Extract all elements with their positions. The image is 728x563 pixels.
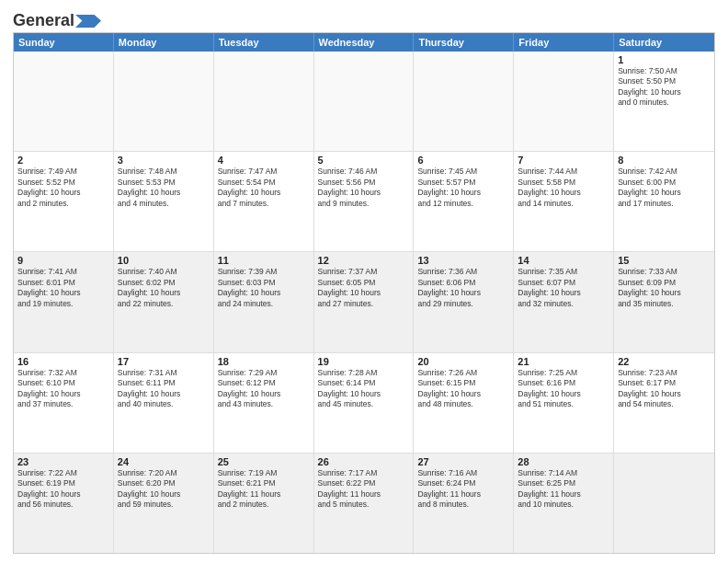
cell-info: Sunrise: 7:14 AM Sunset: 6:25 PM Dayligh… xyxy=(518,468,609,511)
logo-icon xyxy=(75,15,101,28)
cell-info: Sunrise: 7:28 AM Sunset: 6:14 PM Dayligh… xyxy=(318,368,410,410)
calendar-row-4: 23Sunrise: 7:22 AM Sunset: 6:19 PM Dayli… xyxy=(14,453,714,553)
cal-cell-r1-c5: 7Sunrise: 7:44 AM Sunset: 5:58 PM Daylig… xyxy=(514,152,614,251)
header-day-friday: Friday xyxy=(514,33,614,52)
cal-cell-r0-c1 xyxy=(114,52,214,151)
day-number: 16 xyxy=(17,356,109,367)
cal-cell-r4-c2: 25Sunrise: 7:19 AM Sunset: 6:21 PM Dayli… xyxy=(214,454,314,553)
cal-cell-r4-c5: 28Sunrise: 7:14 AM Sunset: 6:25 PM Dayli… xyxy=(514,454,614,553)
cal-cell-r0-c4 xyxy=(414,52,514,151)
header-day-saturday: Saturday xyxy=(614,33,714,52)
cal-cell-r2-c1: 10Sunrise: 7:40 AM Sunset: 6:02 PM Dayli… xyxy=(114,252,214,351)
page: General SundayMondayTuesdayWednesdayThur… xyxy=(0,0,728,563)
cal-cell-r0-c2 xyxy=(214,52,314,151)
cal-cell-r0-c3 xyxy=(314,52,415,151)
day-number: 14 xyxy=(518,255,609,266)
cell-info: Sunrise: 7:44 AM Sunset: 5:58 PM Dayligh… xyxy=(518,167,609,209)
cell-info: Sunrise: 7:45 AM Sunset: 5:57 PM Dayligh… xyxy=(417,167,509,209)
calendar-row-3: 16Sunrise: 7:32 AM Sunset: 6:10 PM Dayli… xyxy=(14,352,714,453)
cell-info: Sunrise: 7:16 AM Sunset: 6:24 PM Dayligh… xyxy=(417,468,509,511)
cell-info: Sunrise: 7:20 AM Sunset: 6:20 PM Dayligh… xyxy=(118,468,210,511)
cell-info: Sunrise: 7:49 AM Sunset: 5:52 PM Dayligh… xyxy=(17,167,109,209)
day-number: 9 xyxy=(17,255,109,266)
day-number: 27 xyxy=(417,456,509,467)
cell-info: Sunrise: 7:31 AM Sunset: 6:11 PM Dayligh… xyxy=(118,368,210,410)
cell-info: Sunrise: 7:17 AM Sunset: 6:22 PM Dayligh… xyxy=(318,468,410,511)
header-day-monday: Monday xyxy=(114,33,214,52)
day-number: 12 xyxy=(318,255,410,266)
cell-info: Sunrise: 7:41 AM Sunset: 6:01 PM Dayligh… xyxy=(17,267,109,309)
cal-cell-r0-c6: 1Sunrise: 7:50 AM Sunset: 5:50 PM Daylig… xyxy=(614,52,714,151)
cell-info: Sunrise: 7:50 AM Sunset: 5:50 PM Dayligh… xyxy=(618,66,711,109)
cell-info: Sunrise: 7:33 AM Sunset: 6:09 PM Dayligh… xyxy=(618,267,711,309)
calendar-header: SundayMondayTuesdayWednesdayThursdayFrid… xyxy=(14,33,714,52)
day-number: 20 xyxy=(417,356,509,367)
day-number: 25 xyxy=(218,456,310,467)
cal-cell-r2-c3: 12Sunrise: 7:37 AM Sunset: 6:05 PM Dayli… xyxy=(314,252,415,351)
header: General xyxy=(13,11,715,27)
header-day-sunday: Sunday xyxy=(14,33,114,52)
day-number: 18 xyxy=(218,356,310,367)
cal-cell-r3-c2: 18Sunrise: 7:29 AM Sunset: 6:12 PM Dayli… xyxy=(214,353,314,453)
cal-cell-r3-c3: 19Sunrise: 7:28 AM Sunset: 6:14 PM Dayli… xyxy=(314,353,415,453)
cell-info: Sunrise: 7:42 AM Sunset: 6:00 PM Dayligh… xyxy=(618,167,711,209)
logo: General xyxy=(13,11,101,27)
calendar-row-1: 2Sunrise: 7:49 AM Sunset: 5:52 PM Daylig… xyxy=(14,151,714,251)
cal-cell-r4-c0: 23Sunrise: 7:22 AM Sunset: 6:19 PM Dayli… xyxy=(14,454,114,553)
cal-cell-r4-c1: 24Sunrise: 7:20 AM Sunset: 6:20 PM Dayli… xyxy=(114,454,214,553)
cal-cell-r1-c2: 4Sunrise: 7:47 AM Sunset: 5:54 PM Daylig… xyxy=(214,152,314,251)
svg-marker-0 xyxy=(75,15,101,28)
cal-cell-r2-c0: 9Sunrise: 7:41 AM Sunset: 6:01 PM Daylig… xyxy=(14,252,114,351)
cal-cell-r3-c0: 16Sunrise: 7:32 AM Sunset: 6:10 PM Dayli… xyxy=(14,353,114,453)
day-number: 7 xyxy=(518,155,609,166)
calendar-row-0: 1Sunrise: 7:50 AM Sunset: 5:50 PM Daylig… xyxy=(14,52,714,151)
cell-info: Sunrise: 7:39 AM Sunset: 6:03 PM Dayligh… xyxy=(218,267,310,309)
cell-info: Sunrise: 7:22 AM Sunset: 6:19 PM Dayligh… xyxy=(17,468,109,511)
cal-cell-r3-c6: 22Sunrise: 7:23 AM Sunset: 6:17 PM Dayli… xyxy=(614,353,714,453)
cell-info: Sunrise: 7:36 AM Sunset: 6:06 PM Dayligh… xyxy=(417,267,509,309)
header-day-tuesday: Tuesday xyxy=(214,33,314,52)
day-number: 5 xyxy=(318,155,410,166)
day-number: 17 xyxy=(118,356,210,367)
cal-cell-r4-c4: 27Sunrise: 7:16 AM Sunset: 6:24 PM Dayli… xyxy=(414,454,514,553)
day-number: 1 xyxy=(618,54,711,65)
cell-info: Sunrise: 7:29 AM Sunset: 6:12 PM Dayligh… xyxy=(218,368,310,410)
cal-cell-r1-c3: 5Sunrise: 7:46 AM Sunset: 5:56 PM Daylig… xyxy=(314,152,415,251)
day-number: 19 xyxy=(318,356,410,367)
cal-cell-r4-c3: 26Sunrise: 7:17 AM Sunset: 6:22 PM Dayli… xyxy=(314,454,415,553)
cal-cell-r3-c5: 21Sunrise: 7:25 AM Sunset: 6:16 PM Dayli… xyxy=(514,353,614,453)
logo-text: General xyxy=(13,11,101,30)
cal-cell-r1-c4: 6Sunrise: 7:45 AM Sunset: 5:57 PM Daylig… xyxy=(414,152,514,251)
day-number: 24 xyxy=(118,456,210,467)
day-number: 4 xyxy=(218,155,310,166)
cal-cell-r4-c6 xyxy=(614,454,714,553)
cell-info: Sunrise: 7:46 AM Sunset: 5:56 PM Dayligh… xyxy=(318,167,410,209)
cal-cell-r3-c1: 17Sunrise: 7:31 AM Sunset: 6:11 PM Dayli… xyxy=(114,353,214,453)
day-number: 3 xyxy=(118,155,210,166)
cal-cell-r1-c1: 3Sunrise: 7:48 AM Sunset: 5:53 PM Daylig… xyxy=(114,152,214,251)
day-number: 11 xyxy=(218,255,310,266)
cal-cell-r0-c0 xyxy=(14,52,114,151)
day-number: 26 xyxy=(318,456,410,467)
cell-info: Sunrise: 7:32 AM Sunset: 6:10 PM Dayligh… xyxy=(17,368,109,410)
day-number: 23 xyxy=(17,456,109,467)
cal-cell-r3-c4: 20Sunrise: 7:26 AM Sunset: 6:15 PM Dayli… xyxy=(414,353,514,453)
header-day-wednesday: Wednesday xyxy=(314,33,415,52)
cal-cell-r0-c5 xyxy=(514,52,614,151)
day-number: 28 xyxy=(518,456,609,467)
cal-cell-r2-c6: 15Sunrise: 7:33 AM Sunset: 6:09 PM Dayli… xyxy=(614,252,714,351)
cell-info: Sunrise: 7:40 AM Sunset: 6:02 PM Dayligh… xyxy=(118,267,210,309)
cal-cell-r1-c6: 8Sunrise: 7:42 AM Sunset: 6:00 PM Daylig… xyxy=(614,152,714,251)
day-number: 22 xyxy=(618,356,711,367)
cell-info: Sunrise: 7:35 AM Sunset: 6:07 PM Dayligh… xyxy=(518,267,609,309)
cell-info: Sunrise: 7:26 AM Sunset: 6:15 PM Dayligh… xyxy=(417,368,509,410)
cell-info: Sunrise: 7:37 AM Sunset: 6:05 PM Dayligh… xyxy=(318,267,410,309)
cal-cell-r2-c2: 11Sunrise: 7:39 AM Sunset: 6:03 PM Dayli… xyxy=(214,252,314,351)
cell-info: Sunrise: 7:48 AM Sunset: 5:53 PM Dayligh… xyxy=(118,167,210,209)
cal-cell-r2-c4: 13Sunrise: 7:36 AM Sunset: 6:06 PM Dayli… xyxy=(414,252,514,351)
cell-info: Sunrise: 7:47 AM Sunset: 5:54 PM Dayligh… xyxy=(218,167,310,209)
calendar-body: 1Sunrise: 7:50 AM Sunset: 5:50 PM Daylig… xyxy=(14,52,714,553)
day-number: 15 xyxy=(618,255,711,266)
day-number: 10 xyxy=(118,255,210,266)
day-number: 13 xyxy=(417,255,509,266)
